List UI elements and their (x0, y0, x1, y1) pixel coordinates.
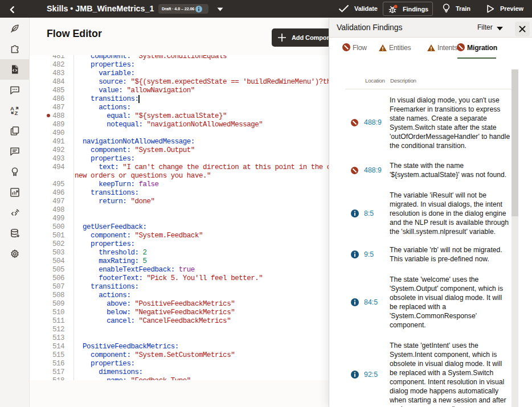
svg-text:A: A (10, 105, 14, 112)
svg-text:Z: Z (14, 110, 18, 116)
